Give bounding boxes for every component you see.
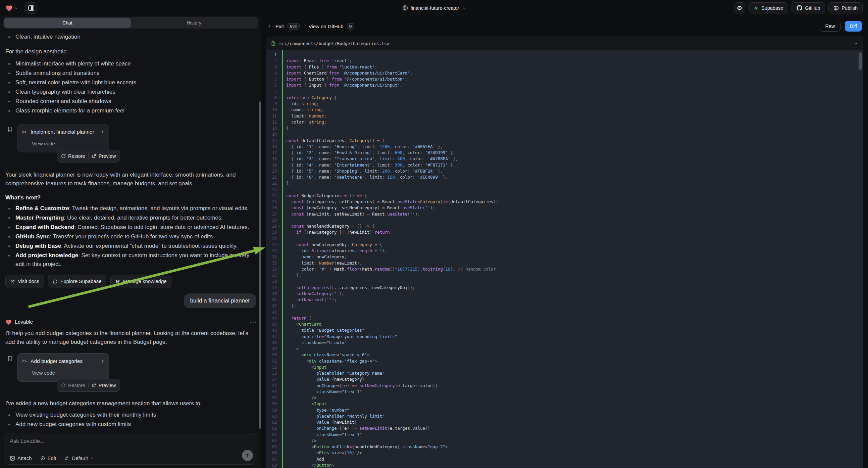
code-text: className="flex-1": [286, 389, 362, 395]
preview-button[interactable]: Preview: [92, 152, 116, 160]
code-text: <div className="space-y-6">: [286, 352, 369, 358]
restore-button[interactable]: Restore: [61, 381, 85, 390]
mode-select[interactable]: Default: [64, 455, 94, 461]
chat-composer[interactable]: Ask Lovable... Attach Edit Default: [4, 433, 257, 465]
github-icon: [797, 5, 802, 11]
line-number: 33: [267, 248, 277, 254]
code-text: >: [286, 346, 299, 352]
list-item: Debug with Ease: Activate our experiment…: [5, 242, 256, 251]
file-header[interactable]: src/components/budget/BudgetCategories.t…: [267, 37, 863, 50]
fold-spacer: [277, 340, 282, 346]
code-text: title="Budget Categories": [286, 327, 364, 333]
code-line: 26 const [newCategory, setNewCategory] =…: [267, 205, 863, 211]
line-number: 62: [267, 426, 277, 431]
line-number: 47: [267, 334, 277, 340]
line-number: 1: [267, 52, 277, 58]
code-editor[interactable]: 12import React from 'react';3import { Pl…: [267, 50, 863, 468]
line-number: 49: [267, 346, 277, 352]
code-text: import { Input } from '@/components/ui/i…: [286, 82, 402, 88]
fold-spacer: [277, 334, 282, 340]
design-bullet-list: Minimalist interface with plenty of whit…: [5, 59, 256, 115]
chat-history-tabs: Chat History: [3, 17, 258, 29]
raw-toggle-button[interactable]: Raw: [820, 21, 840, 32]
exit-button[interactable]: Exit: [276, 24, 284, 29]
preview-button[interactable]: Preview: [92, 381, 116, 390]
line-number: 65: [267, 444, 277, 450]
sidebar-toggle-button[interactable]: [26, 2, 37, 14]
fold-chevron-icon[interactable]: ›: [277, 193, 282, 199]
line-number: 46: [267, 327, 277, 333]
github-button[interactable]: GitHub: [792, 2, 825, 13]
code-line: 48 className="h-auto": [267, 340, 863, 346]
version-card-implement-financial-planner[interactable]: <> Implement financial planner View code: [17, 124, 109, 152]
fold-chevron-icon[interactable]: ›: [277, 223, 282, 229]
code-text: interface Category {: [286, 95, 337, 101]
fold-spacer: [277, 89, 282, 95]
line-number: 42: [267, 303, 277, 309]
list-item: GitHub Sync: Transfer your project's cod…: [5, 232, 256, 241]
view-code-link[interactable]: View code: [32, 139, 105, 148]
settings-button[interactable]: ⚙: [734, 2, 745, 13]
list-item: Add new budget categories with custom li…: [5, 420, 256, 429]
project-switcher[interactable]: financial-future-creator: [402, 0, 466, 16]
tab-chat[interactable]: Chat: [4, 18, 131, 28]
external-link-icon: [10, 279, 15, 284]
code-line: 47 subtitle="Manage your spending limits…: [267, 334, 863, 340]
chat-scrollbar[interactable]: [259, 101, 261, 429]
diff-toggle-button[interactable]: Diff: [845, 21, 862, 32]
send-button[interactable]: [242, 450, 253, 461]
fold-spacer: [277, 229, 282, 235]
bullet-dot: [8, 245, 10, 247]
code-text: onChange={(e) => setNewLimit(e.target.va…: [286, 426, 430, 431]
view-code-link[interactable]: View code: [32, 369, 105, 377]
fold-spacer: [277, 205, 282, 211]
fold-chevron-icon[interactable]: ›: [277, 138, 282, 144]
fold-spacer: [277, 432, 282, 438]
tab-history[interactable]: History: [131, 18, 258, 28]
chat-message-list[interactable]: Clean, intuitive navigation For the desi…: [0, 29, 261, 429]
code-text: import ChartCard from '@/components/ui/C…: [286, 70, 412, 76]
bookmark-icon[interactable]: [7, 126, 13, 163]
attach-button[interactable]: Attach: [10, 455, 32, 461]
collapse-file-button[interactable]: [854, 41, 859, 46]
line-number: 10: [267, 107, 277, 113]
publish-button[interactable]: Publish: [829, 2, 863, 13]
bullet-dot: [8, 255, 10, 257]
code-line: 20 { id: '5', name: 'Shopping', limit: 2…: [267, 168, 863, 174]
chat-panel: Chat History Clean, intuitive navigation…: [0, 16, 261, 468]
fold-spacer: [277, 260, 282, 266]
version-card-add-budget-categories[interactable]: <> Add budget categories View code: [17, 353, 109, 382]
explore-supabase-button[interactable]: Explore Supabase: [48, 274, 106, 288]
view-on-github-link[interactable]: View on GitHub G: [309, 23, 354, 30]
code-line: 57 />: [267, 395, 863, 401]
manage-knowledge-button[interactable]: Manage knowledge: [111, 274, 172, 288]
message-menu-button[interactable]: [250, 321, 256, 323]
project-name: financial-future-creator: [410, 5, 459, 11]
fold-spacer: [277, 156, 282, 162]
line-number: 12: [267, 119, 277, 125]
code-scrollbar[interactable]: [859, 52, 862, 70]
lovable-logo-menu[interactable]: [5, 5, 18, 11]
code-line: 11 limit: number;: [267, 113, 863, 119]
fold-chevron-icon[interactable]: ›: [277, 242, 282, 248]
code-text: limit: Number(newLimit),: [286, 260, 362, 266]
code-text: { id: '4', name: 'Entertainment', limit:…: [286, 162, 455, 168]
fold-chevron-icon[interactable]: ›: [277, 95, 282, 101]
edit-button[interactable]: Edit: [40, 455, 56, 461]
visit-docs-button[interactable]: Visit docs: [5, 274, 44, 288]
code-line: 16 { id: '1', name: 'Housing', limit: 15…: [267, 144, 863, 150]
bookmark-icon[interactable]: [7, 355, 13, 392]
line-number: 52: [267, 364, 277, 370]
image-icon: [10, 456, 15, 461]
fold-spacer: [277, 364, 282, 370]
fold-spacer: [277, 407, 282, 413]
code-text: <Input: [286, 401, 327, 407]
line-number: 67: [267, 456, 277, 462]
fold-spacer: [277, 64, 282, 70]
code-line: 4import ChartCard from '@/components/ui/…: [267, 70, 863, 76]
restore-button[interactable]: Restore: [61, 152, 85, 160]
supabase-button[interactable]: Supabase: [749, 2, 788, 13]
line-number: 51: [267, 358, 277, 364]
code-line: 59 type="number": [267, 407, 863, 413]
fold-spacer: [277, 346, 282, 352]
